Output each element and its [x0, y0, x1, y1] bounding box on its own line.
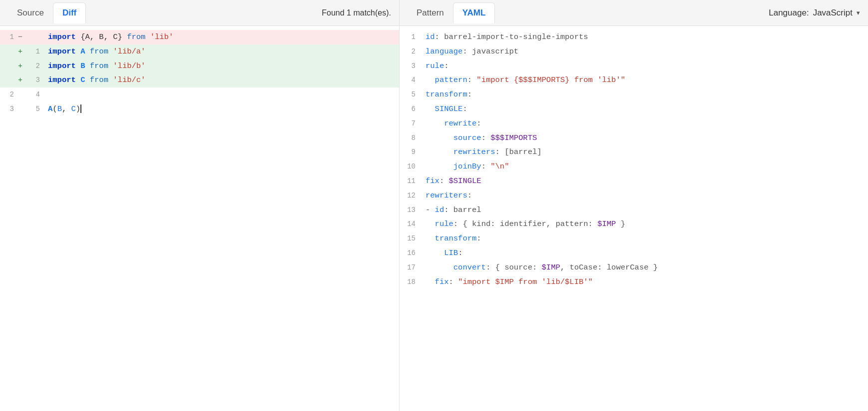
yaml-line-11: 11 fix: $SINGLE [400, 174, 868, 188]
yaml-line-2: 2 language: javascript [400, 44, 868, 59]
match-status: Found 1 match(es). [322, 8, 391, 18]
yaml-linenum-3: 3 [400, 59, 422, 72]
yaml-line-18: 18 fix: "import $IMP from 'lib/$LIB'" [400, 275, 868, 290]
line-num-new-3a: 3 [26, 73, 44, 86]
diff-marker-3a: + [18, 73, 26, 86]
diff-line-2: 2 4 [0, 88, 399, 102]
yaml-linenum-10: 10 [400, 160, 422, 172]
yaml-line-13: 13 - id: barrel [400, 203, 868, 218]
yaml-content-17: convert: { source: $IMP, toCase: lowerCa… [422, 260, 868, 275]
yaml-content-13: - id: barrel [422, 203, 868, 218]
line-num-new-1a: 1 [26, 44, 44, 57]
tab-pattern[interactable]: Pattern [408, 3, 453, 23]
yaml-content-1: id: barrel-import-to-single-imports [422, 30, 868, 44]
diff-marker-1a: + [18, 44, 26, 58]
right-panel: Pattern YAML Language: JavaScript ▾ 1 id… [400, 0, 868, 411]
line-num-new-2: 4 [26, 88, 44, 100]
yaml-content-16: LIB: [422, 246, 868, 260]
yaml-line-3: 3 rule: [400, 59, 868, 74]
diff-line-1: 1 − import {A, B, C} from 'lib' [0, 30, 399, 44]
yaml-content-6: SINGLE: [422, 102, 868, 116]
line-num-new-2a: 2 [26, 59, 44, 72]
yaml-line-14: 14 rule: { kind: identifier, pattern: $I… [400, 217, 868, 232]
line-content-3: A(B, C) [44, 102, 399, 116]
main-container: Source Diff Found 1 match(es). 1 − impor… [0, 0, 868, 411]
chevron-down-icon: ▾ [857, 9, 860, 16]
yaml-content-4: pattern: "import {$$$IMPORTS} from 'lib'… [422, 73, 868, 88]
line-num-orig-1: 1 [0, 30, 18, 42]
left-tab-bar: Source Diff Found 1 match(es). [0, 0, 399, 26]
yaml-linenum-6: 6 [400, 102, 422, 114]
diff-marker-3 [18, 102, 26, 104]
yaml-area: 1 id: barrel-import-to-single-imports 2 … [400, 26, 868, 411]
line-content-2a: import B from 'lib/b' [44, 59, 399, 74]
yaml-line-10: 10 joinBy: "\n" [400, 160, 868, 174]
diff-line-1a: + 1 import A from 'lib/a' [0, 44, 399, 59]
yaml-content-10: joinBy: "\n" [422, 160, 868, 174]
yaml-content-15: transform: [422, 232, 868, 246]
yaml-line-15: 15 transform: [400, 232, 868, 246]
yaml-content-9: rewriters: [barrel] [422, 145, 868, 160]
yaml-line-4: 4 pattern: "import {$$$IMPORTS} from 'li… [400, 73, 868, 88]
yaml-content-3: rule: [422, 59, 868, 74]
yaml-line-1: 1 id: barrel-import-to-single-imports [400, 30, 868, 44]
yaml-content-18: fix: "import $IMP from 'lib/$LIB'" [422, 275, 868, 290]
yaml-content-14: rule: { kind: identifier, pattern: $IMP … [422, 217, 868, 232]
yaml-linenum-4: 4 [400, 73, 422, 86]
right-tab-bar: Pattern YAML Language: JavaScript ▾ [400, 0, 868, 26]
line-num-orig-3: 3 [0, 102, 18, 114]
line-content-3a: import C from 'lib/c' [44, 73, 399, 88]
yaml-linenum-7: 7 [400, 116, 422, 129]
language-label: Language: [769, 8, 809, 18]
yaml-linenum-5: 5 [400, 88, 422, 100]
diff-line-2a: + 2 import B from 'lib/b' [0, 59, 399, 74]
diff-marker-2 [18, 88, 26, 89]
yaml-linenum-18: 18 [400, 275, 422, 288]
yaml-content-12: rewriters: [422, 188, 868, 203]
yaml-line-9: 9 rewriters: [barrel] [400, 145, 868, 160]
language-value: JavaScript [813, 8, 853, 18]
yaml-line-17: 17 convert: { source: $IMP, toCase: lowe… [400, 260, 868, 275]
diff-line-3: 3 5 A(B, C) [0, 102, 399, 116]
line-content-2 [44, 88, 399, 102]
yaml-line-5: 5 transform: [400, 88, 868, 102]
yaml-linenum-2: 2 [400, 44, 422, 57]
yaml-linenum-15: 15 [400, 232, 422, 244]
diff-marker-2a: + [18, 59, 26, 72]
line-content-1a: import A from 'lib/a' [44, 44, 399, 59]
yaml-content-11: fix: $SINGLE [422, 174, 868, 188]
yaml-line-16: 16 LIB: [400, 246, 868, 260]
tab-diff[interactable]: Diff [53, 2, 86, 24]
yaml-content-2: language: javascript [422, 44, 868, 59]
yaml-linenum-11: 11 [400, 174, 422, 186]
yaml-line-8: 8 source: $$$IMPORTS [400, 131, 868, 146]
yaml-line-7: 7 rewrite: [400, 116, 868, 131]
line-content-1: import {A, B, C} from 'lib' [44, 30, 399, 44]
line-num-orig-2: 2 [0, 88, 18, 100]
yaml-linenum-16: 16 [400, 246, 422, 258]
yaml-line-6: 6 SINGLE: [400, 102, 868, 116]
yaml-linenum-1: 1 [400, 30, 422, 42]
line-num-new-3: 5 [26, 102, 44, 114]
yaml-content-7: rewrite: [422, 116, 868, 131]
yaml-linenum-8: 8 [400, 131, 422, 144]
yaml-linenum-14: 14 [400, 217, 422, 230]
left-panel: Source Diff Found 1 match(es). 1 − impor… [0, 0, 400, 411]
yaml-content-8: source: $$$IMPORTS [422, 131, 868, 146]
code-area: 1 − import {A, B, C} from 'lib' + 1 impo… [0, 26, 399, 411]
yaml-content-5: transform: [422, 88, 868, 102]
line-num-new-1 [26, 30, 44, 32]
yaml-linenum-13: 13 [400, 203, 422, 216]
yaml-line-12: 12 rewriters: [400, 188, 868, 203]
yaml-linenum-12: 12 [400, 188, 422, 201]
line-num-orig-3a [0, 73, 18, 74]
language-selector[interactable]: Language: JavaScript ▾ [769, 8, 860, 18]
yaml-linenum-17: 17 [400, 260, 422, 273]
diff-line-3a: + 3 import C from 'lib/c' [0, 73, 399, 88]
tab-yaml[interactable]: YAML [453, 2, 495, 24]
tab-source[interactable]: Source [8, 3, 53, 23]
line-num-orig-1a [0, 44, 18, 46]
yaml-linenum-9: 9 [400, 145, 422, 158]
diff-marker-1: − [18, 30, 26, 44]
line-num-orig-2a [0, 59, 18, 60]
